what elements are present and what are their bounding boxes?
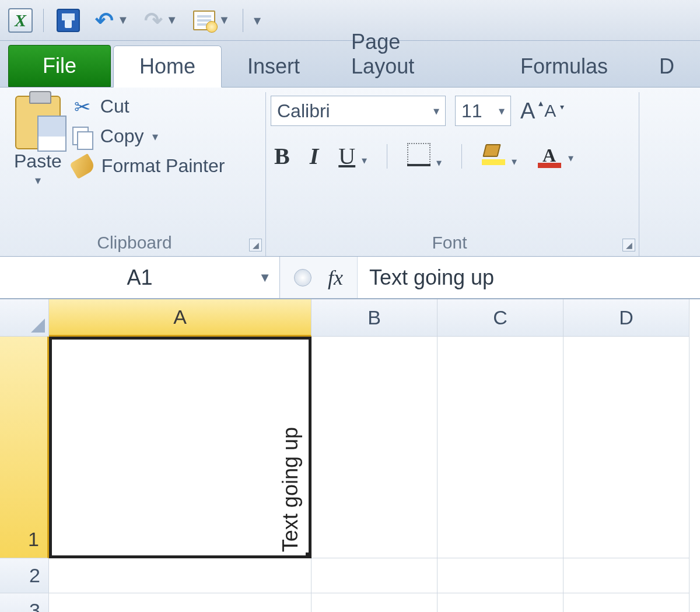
chevron-down-icon[interactable]: ▾ [512,156,517,167]
new-file-button[interactable]: ▼ [191,8,233,33]
formula-input[interactable]: Text going up [358,257,700,298]
cell-b2[interactable] [312,558,438,593]
underline-button[interactable]: U ▾ [338,142,366,170]
group-label-font: Font [271,230,628,256]
cell-a3[interactable] [49,593,312,612]
undo-button[interactable]: ↶ ▼ [93,5,131,36]
borders-button[interactable]: ▾ [407,143,442,169]
cell-c2[interactable] [438,558,564,593]
shrink-font-button[interactable]: A [544,101,556,121]
scissors-icon: ✂ [72,97,92,117]
font-size-select[interactable]: 11 ▾ [455,96,511,126]
excel-app-icon[interactable]: X [8,8,33,33]
row-header-1[interactable]: 1 [0,337,49,558]
chevron-down-icon[interactable]: ▼ [219,13,230,27]
chevron-down-icon[interactable]: ▾ [35,173,41,187]
row-header-2[interactable]: 2 [0,558,49,593]
font-size-value: 11 [461,100,482,122]
redo-icon: ↷ [144,8,163,33]
borders-icon [407,143,430,166]
qat-separator [43,9,44,32]
tab-insert[interactable]: Insert [222,46,326,87]
separator [461,144,462,169]
cell-c3[interactable] [438,593,564,612]
column-header-d[interactable]: D [564,299,690,337]
font-name-value: Calibri [277,100,330,122]
cut-button[interactable]: ✂ Cut [72,96,225,117]
formula-bar: A1 ▼ fx Text going up [0,257,700,299]
clipboard-dialog-launcher[interactable]: ◢ [249,239,262,251]
tab-data[interactable]: D [634,46,700,87]
chevron-down-icon[interactable]: ▼ [117,13,129,27]
column-header-c[interactable]: C [438,299,564,337]
copy-icon [72,127,92,146]
tab-formulas[interactable]: Formulas [495,46,634,87]
chevron-down-icon[interactable]: ▾ [152,130,158,144]
cancel-formula-icon [294,269,312,286]
cut-label: Cut [100,96,130,117]
save-button[interactable] [54,6,82,34]
font-name-select[interactable]: Calibri ▾ [271,96,446,126]
font-color-icon: A [537,145,562,168]
format-painter-button[interactable]: Format Painter [72,155,225,177]
formula-value: Text going up [369,265,494,290]
tab-file[interactable]: File [8,45,111,87]
column-header-a[interactable]: A [49,299,312,337]
chevron-down-icon[interactable]: ▾ [433,104,439,118]
cell-c1[interactable] [438,337,564,558]
chevron-down-icon[interactable]: ▼ [258,270,271,285]
ribbon: Paste ▾ ✂ Cut Copy ▾ Format Painter [0,88,700,257]
cell-d2[interactable] [564,558,690,593]
group-label-clipboard: Clipboard [14,230,255,256]
fill-color-icon [482,144,505,165]
bold-button[interactable]: B [274,142,290,170]
format-painter-icon [69,153,96,179]
separator [387,144,387,169]
font-color-button[interactable]: A ▾ [537,145,573,168]
paste-button[interactable]: Paste ▾ [14,96,62,187]
tab-home[interactable]: Home [113,46,222,88]
cell-a1[interactable]: Text going up [49,337,312,558]
select-all-corner[interactable] [0,299,49,337]
undo-icon: ↶ [95,8,114,33]
cell-a1-text: Text going up [278,427,303,552]
group-font: Calibri ▾ 11 ▾ A A B I U ▾ ▾ [266,92,639,256]
chevron-down-icon[interactable]: ▾ [436,157,442,169]
font-dialog-launcher[interactable]: ◢ [622,239,635,251]
new-file-icon [193,11,215,30]
cell-b1[interactable] [312,337,438,558]
chevron-down-icon[interactable]: ▼ [166,13,178,27]
underline-icon: U [338,143,355,169]
name-box-value: A1 [127,265,152,290]
redo-button[interactable]: ↷ ▼ [142,5,180,36]
customize-qat-icon[interactable]: ▾ [254,12,261,29]
qat-separator [243,9,243,32]
cell-b3[interactable] [312,593,438,612]
chevron-down-icon[interactable]: ▾ [568,152,573,164]
cell-d1[interactable] [564,337,690,558]
italic-button[interactable]: I [310,142,319,170]
copy-button[interactable]: Copy ▾ [72,125,225,147]
cell-d3[interactable] [564,593,690,612]
paste-label: Paste [14,151,62,172]
chevron-down-icon[interactable]: ▾ [362,155,367,166]
fill-color-button[interactable]: ▾ [482,144,516,168]
tab-page-layout[interactable]: Page Layout [326,22,495,87]
paste-icon [15,96,61,149]
name-box[interactable]: A1 ▼ [0,257,280,298]
insert-function-button[interactable]: fx [328,265,343,290]
chevron-down-icon[interactable]: ▾ [499,104,505,118]
column-header-b[interactable]: B [312,299,438,337]
grow-font-button[interactable]: A [520,99,535,124]
spreadsheet-grid[interactable]: A B C D 1 Text going up 2 3 [0,299,700,612]
ribbon-tab-strip: File Home Insert Page Layout Formulas D [0,41,700,88]
copy-label: Copy [100,125,144,147]
format-painter-label: Format Painter [102,155,225,177]
save-icon [57,9,80,32]
group-clipboard: Paste ▾ ✂ Cut Copy ▾ Format Painter [9,92,266,256]
row-header-3[interactable]: 3 [0,593,49,612]
cell-a2[interactable] [49,558,312,593]
